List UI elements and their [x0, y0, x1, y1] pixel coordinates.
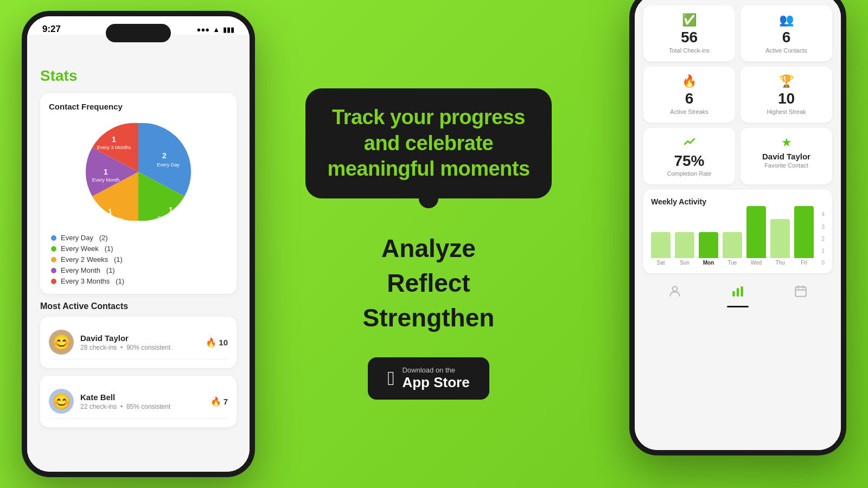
- store-sub-text: Download on the: [402, 366, 469, 374]
- kate-contact-card: 😊 Kate Bell 22 check-ins • 85% consisten…: [40, 376, 237, 427]
- kate-name: Kate Bell: [80, 393, 204, 402]
- streaks-icon: 🔥: [682, 74, 697, 88]
- completion-label: Completion Rate: [667, 170, 712, 177]
- bar-mon-fill: [699, 232, 718, 258]
- bar-thu-label: Thu: [775, 260, 784, 266]
- bar-wed-label: Wed: [751, 260, 762, 266]
- legend-every2weeks: Every 2 Weeks (1): [51, 255, 226, 264]
- favorite-label: Favorite Contact: [764, 162, 808, 169]
- store-text-block: Download on the App Store: [402, 366, 469, 391]
- signal-icon: ●●●: [197, 25, 210, 34]
- contacts-label: Active Contacts: [765, 47, 807, 54]
- kate-streak-value: 7: [224, 397, 228, 406]
- bar-fri-label: Fri: [801, 260, 807, 266]
- every3months-dot: [51, 279, 56, 284]
- svg-rect-11: [732, 291, 735, 297]
- everyweek-dot: [51, 246, 56, 252]
- bar-wed-fill: [746, 206, 766, 258]
- david-streak-value: 10: [219, 338, 228, 347]
- legend-everymonth: Every Month (1): [51, 266, 226, 274]
- home-indicator: [727, 306, 749, 307]
- left-phone: 9:27 ●●● ▲ ▮▮▮ Stats Contact Frequency 2…: [22, 11, 255, 477]
- highest-label: Highest Streak: [767, 108, 806, 115]
- action-strengthen: Strengthen: [363, 300, 495, 335]
- bar-wed: Wed: [746, 206, 766, 266]
- streaks-value: 6: [685, 91, 694, 107]
- svg-text:1: 1: [112, 135, 116, 144]
- wifi-icon: ▲: [213, 25, 220, 34]
- david-sub: 28 check-ins • 90% consistent: [80, 344, 199, 351]
- kate-streak: 🔥 7: [210, 396, 228, 407]
- stat-active-streaks: 🔥 6 Active Streaks: [643, 67, 735, 123]
- david-streak: 🔥 10: [206, 337, 228, 348]
- action-analyze: Analyze: [363, 231, 495, 266]
- apple-logo-icon: : [387, 369, 394, 388]
- stat-completion-rate: 75% Completion Rate: [643, 128, 735, 185]
- stats-grid: ✅ 56 Total Check-ins 👥 6 Active Contacts…: [643, 5, 832, 184]
- store-main-text: App Store: [402, 374, 469, 391]
- contacts-value: 6: [782, 29, 791, 46]
- david-contact-card: 😊 David Taylor 28 check-ins • 90% consis…: [40, 317, 237, 368]
- contact-frequency-card: Contact Frequency 2 Every Day 1 Every We…: [40, 93, 237, 294]
- stat-highest-streak: 🏆 10 Highest Streak: [741, 67, 832, 123]
- stat-favorite-contact: ★ David Taylor Favorite Contact: [741, 128, 832, 185]
- bar-chart-wrapper: Sat Sun Mon Tue: [651, 211, 825, 266]
- pie-legend: Every Day (2) Every Week (1) Every 2 Wee…: [49, 234, 228, 285]
- legend-every3months: Every 3 Months (1): [51, 277, 226, 285]
- fire-icon-david: 🔥: [206, 337, 216, 348]
- svg-text:1: 1: [169, 206, 173, 214]
- david-info: David Taylor 28 check-ins • 90% consiste…: [80, 333, 199, 351]
- checkin-value: 56: [681, 29, 698, 46]
- favorite-name: David Taylor: [762, 152, 810, 161]
- bar-mon: Mon: [699, 232, 718, 266]
- time-display: 9:27: [42, 24, 61, 35]
- checkin-label: Total Check-ins: [669, 47, 710, 54]
- bar-fri-fill: [794, 206, 814, 258]
- bottom-nav: [643, 279, 832, 303]
- contact-row-kate: 😊 Kate Bell 22 check-ins • 85% consisten…: [49, 384, 228, 419]
- right-screen: ✅ 56 Total Check-ins 👥 6 Active Contacts…: [635, 0, 841, 450]
- status-icons: ●●● ▲ ▮▮▮: [197, 25, 234, 34]
- david-avatar: 😊: [49, 330, 74, 355]
- checkin-icon: ✅: [682, 13, 697, 27]
- stat-active-contacts: 👥 6 Active Contacts: [741, 5, 832, 61]
- svg-text:Every 2 Weeks: Every 2 Weeks: [91, 216, 124, 222]
- svg-text:1: 1: [108, 207, 112, 216]
- completion-value: 75%: [674, 153, 704, 170]
- bar-fri: Fri: [794, 206, 814, 266]
- bar-sun: Sun: [675, 232, 694, 266]
- most-active-heading: Most Active Contacts: [40, 301, 237, 311]
- trophy-icon: 🏆: [779, 74, 794, 88]
- svg-point-10: [673, 287, 678, 292]
- bar-tue: Tue: [723, 232, 742, 266]
- pie-chart: 2 Every Day 1 Every Week 1 Every 2 Weeks…: [84, 118, 193, 226]
- nav-stats-icon[interactable]: [731, 284, 745, 300]
- kate-avatar: 😊: [49, 389, 74, 414]
- battery-icon: ▮▮▮: [223, 25, 234, 34]
- nav-calendar-icon[interactable]: [794, 284, 808, 300]
- hero-line3: meaningful moments: [327, 156, 529, 182]
- stats-heading: Stats: [40, 67, 237, 85]
- contact-row-david: 😊 David Taylor 28 check-ins • 90% consis…: [49, 325, 228, 359]
- center-section: Track your progress and celebrate meanin…: [266, 0, 591, 488]
- legend-everyday: Every Day (2): [51, 234, 226, 242]
- chart-icon: [684, 136, 695, 151]
- hero-line2: and celebrate: [327, 131, 529, 157]
- bar-mon-label: Mon: [703, 260, 714, 266]
- svg-rect-14: [795, 287, 806, 297]
- left-screen: Stats Contact Frequency 2 Every Day 1 Ev…: [27, 35, 250, 477]
- bar-sun-label: Sun: [680, 260, 690, 266]
- contacts-icon: 👥: [779, 13, 794, 27]
- nav-contacts-icon[interactable]: [668, 284, 682, 300]
- weekly-title: Weekly Activity: [651, 197, 825, 206]
- bar-thu: Thu: [770, 219, 790, 266]
- everymonth-dot: [51, 268, 56, 273]
- highest-value: 10: [778, 91, 795, 107]
- svg-text:1: 1: [104, 168, 108, 176]
- bar-sat-label: Sat: [656, 260, 665, 266]
- app-store-button[interactable]:  Download on the App Store: [368, 357, 489, 400]
- svg-text:Every 3 Months: Every 3 Months: [97, 145, 131, 150]
- bar-tue-fill: [723, 232, 742, 258]
- kate-info: Kate Bell 22 check-ins • 85% consistent: [80, 393, 204, 410]
- bar-tue-label: Tue: [728, 260, 737, 266]
